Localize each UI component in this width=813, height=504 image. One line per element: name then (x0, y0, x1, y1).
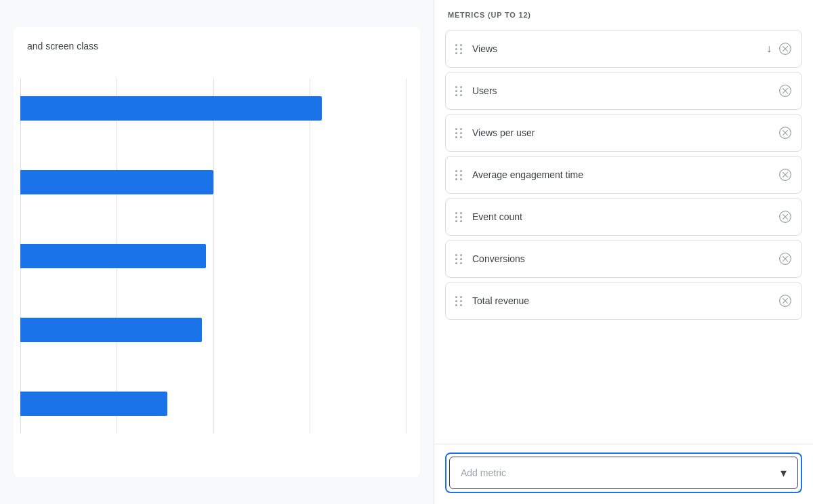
sort-arrow-icon[interactable]: ↓ (766, 43, 772, 55)
right-panel: METRICS (UP TO 12) Views↓ Users Views pe… (434, 0, 813, 504)
bar-row (20, 91, 406, 125)
chart-container: and screen class (14, 27, 420, 477)
add-metric-dropdown[interactable]: Add metric ▾ (449, 457, 798, 489)
metric-item[interactable]: Total revenue (445, 282, 802, 320)
remove-metric-button[interactable] (777, 167, 793, 183)
drag-handle-icon[interactable] (454, 127, 464, 140)
close-circle-icon (778, 168, 792, 182)
add-metric-container: Add metric ▾ (434, 444, 813, 504)
close-circle-icon (778, 126, 792, 140)
bar (20, 170, 213, 194)
metrics-list: Views↓ Users Views per user Average enga… (434, 24, 813, 444)
add-metric-placeholder: Add metric (461, 467, 506, 478)
metric-name: Average engagement time (472, 169, 772, 180)
remove-metric-button[interactable] (777, 251, 793, 267)
remove-metric-button[interactable] (777, 41, 793, 57)
metric-item[interactable]: Views↓ (445, 30, 802, 68)
bar (20, 96, 322, 121)
metric-name: Total revenue (472, 295, 772, 306)
metric-item[interactable]: Views per user (445, 114, 802, 152)
metrics-header: METRICS (UP TO 12) (434, 0, 813, 24)
chart-title: and screen class (20, 41, 406, 51)
bar-row (20, 313, 406, 347)
metric-item[interactable]: Event count (445, 198, 802, 236)
drag-handle-icon[interactable] (454, 85, 464, 98)
remove-metric-button[interactable] (777, 209, 793, 225)
add-metric-wrapper: Add metric ▾ (445, 453, 802, 493)
drag-handle-icon[interactable] (454, 295, 464, 308)
metric-name: Event count (472, 211, 772, 222)
bar (20, 244, 206, 268)
metric-name: Conversions (472, 253, 772, 264)
chevron-down-icon: ▾ (780, 465, 787, 480)
close-circle-icon (778, 294, 792, 308)
bars-area (20, 65, 406, 447)
remove-metric-button[interactable] (777, 293, 793, 309)
close-circle-icon (778, 252, 792, 266)
metric-item[interactable]: Average engagement time (445, 156, 802, 194)
bar-row (20, 239, 406, 273)
metric-item[interactable]: Conversions (445, 240, 802, 278)
bar-row (20, 387, 406, 421)
metric-name: Views (472, 43, 762, 54)
close-circle-icon (778, 42, 792, 56)
metric-name: Views per user (472, 127, 772, 138)
drag-handle-icon[interactable] (454, 211, 464, 224)
drag-handle-icon[interactable] (454, 169, 464, 182)
metric-item[interactable]: Users (445, 72, 802, 110)
remove-metric-button[interactable] (777, 83, 793, 99)
left-panel: and screen class (0, 0, 434, 504)
bar-row (20, 165, 406, 199)
bar (20, 392, 167, 416)
bar-chart (20, 65, 406, 447)
drag-handle-icon[interactable] (454, 253, 464, 266)
bar (20, 318, 202, 342)
metric-name: Users (472, 85, 772, 96)
close-circle-icon (778, 84, 792, 98)
remove-metric-button[interactable] (777, 125, 793, 141)
drag-handle-icon[interactable] (454, 43, 464, 56)
close-circle-icon (778, 210, 792, 224)
